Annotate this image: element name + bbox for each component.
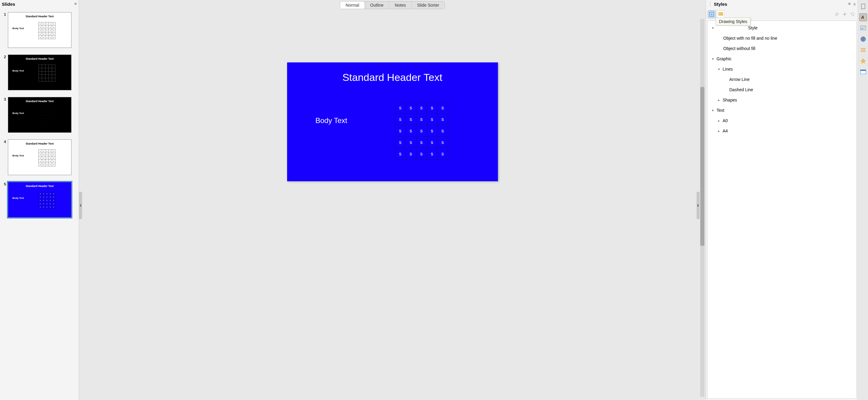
table-cell[interactable]: s: [406, 137, 416, 148]
compass-icon: [860, 36, 866, 42]
slide-thumb-content[interactable]: Standard Header TextBody Textsssssssssss…: [8, 139, 71, 175]
main-slide[interactable]: Standard Header Text Body Text sssssssss…: [287, 62, 498, 181]
slide-header-text[interactable]: Standard Header Text: [287, 72, 498, 83]
table-cell[interactable]: s: [416, 137, 427, 148]
table-cell[interactable]: s: [427, 114, 437, 125]
table-cell[interactable]: s: [437, 114, 448, 125]
tree-item-object-nofill[interactable]: Object without fill: [708, 43, 856, 54]
slide-thumb-content[interactable]: Standard Header TextBody Textsssssssssss…: [8, 12, 71, 48]
thumb-table: sssssssssssssssssssssssss: [38, 22, 55, 39]
table-cell[interactable]: s: [395, 137, 406, 148]
tree-item-arrow-line[interactable]: Arrow Line: [708, 74, 856, 85]
thumb-header: Standard Header Text: [8, 184, 71, 188]
table-cell[interactable]: s: [406, 148, 416, 160]
sidebar-animation-button[interactable]: [859, 57, 867, 65]
slide-thumb-content[interactable]: Standard Header TextBody Textsssssssssss…: [8, 182, 71, 218]
tree-item-text[interactable]: ▾ Text: [708, 105, 856, 115]
chevron-down-icon[interactable]: ▾: [711, 26, 715, 30]
tree-item-object-nofill-noline[interactable]: Object with no fill and no line: [708, 33, 856, 43]
chevron-down-icon[interactable]: ▾: [717, 67, 721, 71]
fill-format-mode-button[interactable]: [834, 11, 840, 18]
splitter-right[interactable]: [696, 192, 700, 219]
slide-thumbnail[interactable]: 2Standard Header TextBody Text: [1, 55, 76, 90]
slide-body-text[interactable]: Body Text: [316, 116, 347, 125]
chevron-down-icon[interactable]: ▾: [711, 57, 715, 61]
slide-thumbnail[interactable]: 4Standard Header TextBody Textssssssssss…: [1, 139, 76, 175]
slide-number: 2: [1, 55, 8, 90]
table-cell[interactable]: s: [406, 114, 416, 125]
chevron-right-icon[interactable]: ▸: [717, 98, 721, 102]
tree-item-shapes[interactable]: ▸ Shapes: [708, 95, 856, 105]
slides-panel-close-button[interactable]: ×: [74, 1, 77, 7]
update-style-button[interactable]: [849, 11, 856, 18]
table-cell[interactable]: s: [437, 125, 448, 137]
sidebar-navigator-button[interactable]: [859, 35, 867, 43]
styles-panel-close-button[interactable]: ×: [848, 1, 851, 7]
slide-thumbnail[interactable]: 3Standard Header TextBody Text··········…: [1, 97, 76, 133]
tab-normal[interactable]: Normal: [340, 1, 365, 9]
table-cell[interactable]: s: [437, 102, 448, 114]
sidebar-gallery-button[interactable]: [859, 24, 867, 32]
new-style-button[interactable]: [841, 11, 848, 18]
sidebar-tabs: A: [858, 0, 868, 400]
table-cell[interactable]: s: [416, 148, 427, 160]
table-cell[interactable]: s: [427, 102, 437, 114]
table-cell[interactable]: s: [416, 125, 427, 137]
star-icon: [860, 58, 866, 64]
chevron-right-icon[interactable]: ▸: [717, 119, 721, 123]
table-cell[interactable]: s: [406, 125, 416, 137]
drag-handle-icon[interactable]: ⋮: [708, 1, 712, 7]
slide-thumbnail[interactable]: 5Standard Header TextBody Textssssssssss…: [1, 182, 76, 218]
tab-slide-sorter[interactable]: Slide Sorter: [411, 1, 444, 9]
svg-point-9: [864, 26, 865, 28]
slide-table[interactable]: sssssssssssssssssssssssss: [395, 102, 448, 160]
table-cell[interactable]: s: [416, 102, 427, 114]
styles-tree[interactable]: ▾ Style Object with no fill and no line …: [707, 21, 857, 399]
sidebar-styles-button[interactable]: A: [859, 13, 867, 21]
canvas-area[interactable]: Standard Header Text Body Text sssssssss…: [79, 11, 706, 400]
table-cell[interactable]: s: [437, 148, 448, 160]
thumb-body: Body Text: [12, 112, 24, 115]
table-cell[interactable]: s: [416, 114, 427, 125]
vertical-scrollbar[interactable]: [700, 19, 705, 397]
splitter-left[interactable]: [79, 192, 82, 219]
styles-panel-menu-button[interactable]: ≡: [853, 1, 856, 7]
scrollbar-thumb[interactable]: [700, 87, 705, 246]
presentation-styles-icon: [718, 11, 723, 17]
thumb-table: sssssssssssssssssssssssss: [38, 149, 55, 166]
tree-item-dashed-line[interactable]: Dashed Line: [708, 85, 856, 95]
tab-notes[interactable]: Notes: [389, 1, 411, 9]
table-cell[interactable]: s: [395, 148, 406, 160]
drawing-styles-button[interactable]: [708, 10, 716, 18]
sidebar-master-slides-button[interactable]: [859, 68, 867, 76]
sidebar-slide-transition-button[interactable]: [859, 46, 867, 54]
table-cell[interactable]: s: [427, 148, 437, 160]
tree-item-lines[interactable]: ▾ Lines: [708, 64, 856, 74]
table-cell[interactable]: s: [427, 137, 437, 148]
sidebar-properties-button[interactable]: [859, 2, 867, 10]
table-cell[interactable]: s: [395, 125, 406, 137]
tree-item-graphic[interactable]: ▾ Graphic: [708, 54, 856, 64]
tab-outline[interactable]: Outline: [365, 1, 389, 9]
slide-thumb-content[interactable]: Standard Header TextBody Text: [8, 55, 71, 90]
chevron-right-icon[interactable]: ▸: [717, 129, 721, 133]
slides-list[interactable]: 1Standard Header TextBody Textssssssssss…: [0, 8, 79, 400]
tree-item-a0[interactable]: ▸ A0: [708, 115, 856, 126]
tree-item-a4[interactable]: ▸ A4: [708, 126, 856, 136]
styles-panel: ⋮ Styles × ≡ Drawing Styles ▾ Style Obje…: [706, 0, 858, 400]
chevron-down-icon[interactable]: ▾: [711, 109, 715, 112]
styles-icon: A: [860, 14, 866, 20]
slide-number: 3: [1, 97, 8, 133]
refresh-icon: [850, 12, 855, 17]
slide-thumbnail[interactable]: 1Standard Header TextBody Textssssssssss…: [1, 12, 76, 48]
table-cell[interactable]: s: [427, 125, 437, 137]
table-cell[interactable]: s: [406, 102, 416, 114]
table-cell[interactable]: s: [395, 102, 406, 114]
thumb-body: Body Text: [12, 69, 24, 72]
table-cell[interactable]: s: [437, 137, 448, 148]
table-cell[interactable]: s: [395, 114, 406, 125]
styles-panel-header: ⋮ Styles × ≡: [706, 0, 858, 8]
slide-thumb-content[interactable]: Standard Header TextBody Text···········…: [8, 97, 71, 133]
tree-item-default-style[interactable]: ▾ Style: [708, 23, 856, 33]
presentation-styles-button[interactable]: [717, 10, 725, 18]
